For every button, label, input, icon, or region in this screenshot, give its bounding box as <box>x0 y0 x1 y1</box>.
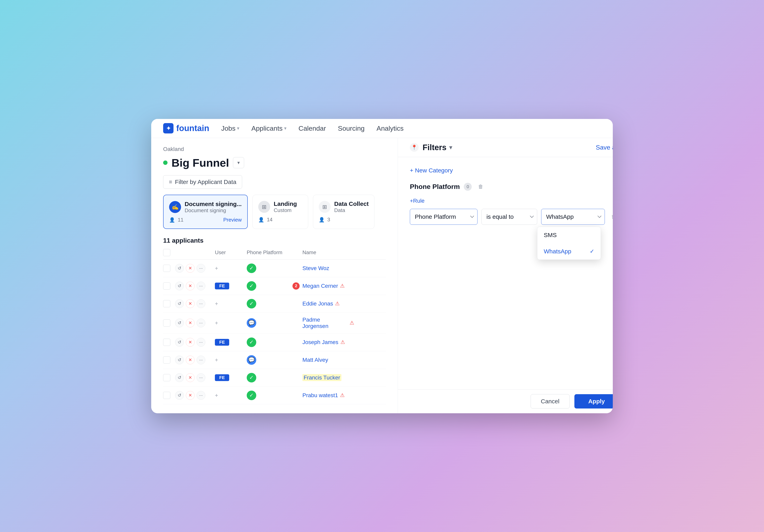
people-icon: 👤 <box>169 217 175 223</box>
header-checkbox[interactable] <box>163 249 170 256</box>
stage-title-2: Landing <box>274 201 297 207</box>
stage-card-document-signing[interactable]: ✍ Document signing... Document signing 👤… <box>163 195 248 229</box>
table-row: ↺ ✕ ··· FE ✓ Joseph James ⚠ <box>163 333 386 351</box>
row-actions: ↺ ✕ ··· <box>175 338 215 347</box>
applicant-name[interactable]: Matt Alvey <box>302 357 328 363</box>
action-sync-icon[interactable]: ↺ <box>175 391 184 400</box>
stage-card-data-collect[interactable]: ⊞ Data Collect Data 👤 3 <box>313 195 374 229</box>
filter-chevron-icon: ▾ <box>449 144 452 151</box>
stage-count-2: 👤 14 <box>258 217 273 223</box>
applicant-name[interactable]: Prabu watest1 <box>302 392 338 399</box>
action-more-icon[interactable]: ··· <box>197 319 205 327</box>
action-more-icon[interactable]: ··· <box>197 264 205 273</box>
location-icon: 📍 <box>410 143 419 152</box>
nav-analytics[interactable]: Analytics <box>377 124 404 132</box>
action-remove-icon[interactable]: ✕ <box>186 264 195 273</box>
funnel-title: Big Funnel <box>171 156 229 169</box>
action-sync-icon[interactable]: ↺ <box>175 281 184 290</box>
cancel-button[interactable]: Cancel <box>531 394 569 409</box>
action-more-icon[interactable]: ··· <box>197 391 205 400</box>
action-more-icon[interactable]: ··· <box>197 338 205 347</box>
action-sync-icon[interactable]: ↺ <box>175 338 184 347</box>
action-sync-icon[interactable]: ↺ <box>175 356 184 364</box>
action-sync-icon[interactable]: ↺ <box>175 264 184 273</box>
table-row: ↺ ✕ ··· + ✓ Steve Woz <box>163 260 386 277</box>
action-remove-icon[interactable]: ✕ <box>186 338 195 347</box>
action-sync-icon[interactable]: ↺ <box>175 319 184 327</box>
action-more-icon[interactable]: ··· <box>197 373 205 382</box>
panels-container: Oakland Big Funnel ▾ ≡ Filter by Applica… <box>151 138 613 413</box>
applicant-name[interactable]: Padme Jorgensen <box>302 317 348 329</box>
nav-sourcing[interactable]: Sourcing <box>338 124 364 132</box>
nav-applicants[interactable]: Applicants ▾ <box>251 124 286 132</box>
col-name-header: Name <box>302 250 354 256</box>
action-remove-icon[interactable]: ✕ <box>186 299 195 308</box>
row-checkbox[interactable] <box>163 339 170 346</box>
new-category-button[interactable]: + New Category <box>410 167 453 174</box>
row-actions: ↺ ✕ ··· <box>175 391 215 400</box>
action-remove-icon[interactable]: ✕ <box>186 356 195 364</box>
rule-value-select[interactable]: WhatsApp <box>541 209 605 225</box>
row-checkbox[interactable] <box>163 319 170 327</box>
dropdown-item-sms[interactable]: SMS <box>537 227 601 243</box>
apply-button[interactable]: Apply <box>574 394 613 409</box>
table-row: ↺ ✕ ··· FE ✓ Francis Tucker <box>163 369 386 387</box>
save-as-link[interactable]: Save as <box>596 144 613 151</box>
logo-icon: ✦ <box>163 123 173 133</box>
applicants-section: 11 applicants User Phone Platform Name ↺ <box>151 229 398 413</box>
category-delete-button[interactable]: 🗑 <box>476 182 486 192</box>
alert-icon: ⚠ <box>350 320 354 326</box>
stage-footer-2: 👤 14 <box>258 217 302 223</box>
table-row: ↺ ✕ ··· FE ✓ 2 Megan Cerner ⚠ <box>163 277 386 295</box>
funnel-dropdown-button[interactable]: ▾ <box>233 157 244 168</box>
row-checkbox[interactable] <box>163 265 170 272</box>
rule-operator-select[interactable]: is equal to <box>481 209 537 225</box>
applicant-name[interactable]: Steve Woz <box>302 265 329 271</box>
stage-footer: 👤 11 Preview <box>169 217 242 223</box>
action-remove-icon[interactable]: ✕ <box>186 281 195 290</box>
rule-delete-button[interactable]: 🗑 <box>609 212 613 222</box>
stage-card-landing[interactable]: ⊞ Landing Custom 👤 14 <box>253 195 308 229</box>
stage-card-header: ✍ Document signing... Document signing <box>169 201 242 214</box>
stage-icon-document: ✍ <box>169 201 181 213</box>
applicant-name[interactable]: Joseph James <box>302 339 338 345</box>
filter-applicant-data-button[interactable]: ≡ Filter by Applicant Data <box>163 175 242 189</box>
action-sync-icon[interactable]: ↺ <box>175 373 184 382</box>
applicant-name-highlighted[interactable]: Francis Tucker <box>302 374 341 381</box>
funnel-header: Big Funnel ▾ <box>151 152 398 175</box>
stage-subtitle-2: Custom <box>274 207 297 213</box>
stage-count-3: 👤 3 <box>319 217 330 223</box>
rule-row: Phone Platform is equal to WhatsApp 🗑 <box>410 209 613 225</box>
row-checkbox[interactable] <box>163 356 170 364</box>
whatsapp-icon: ✓ <box>247 281 256 291</box>
alert-icon: ⚠ <box>340 283 345 289</box>
action-more-icon[interactable]: ··· <box>197 299 205 308</box>
applicant-name[interactable]: Eddie Jonas <box>302 300 333 307</box>
rule-field-select[interactable]: Phone Platform <box>410 209 478 225</box>
alert-icon: ⚠ <box>340 392 345 398</box>
category-section: Phone Platform 0 🗑 +Rule Phone Platform … <box>410 182 613 225</box>
fe-badge: FE <box>215 282 229 289</box>
add-rule-button[interactable]: +Rule <box>410 198 425 204</box>
table-row: ↺ ✕ ··· + ✓ Eddie Jonas ⚠ <box>163 295 386 313</box>
action-more-icon[interactable]: ··· <box>197 281 205 290</box>
action-remove-icon[interactable]: ✕ <box>186 319 195 327</box>
action-more-icon[interactable]: ··· <box>197 356 205 364</box>
action-remove-icon[interactable]: ✕ <box>186 373 195 382</box>
row-checkbox[interactable] <box>163 374 170 381</box>
action-remove-icon[interactable]: ✕ <box>186 391 195 400</box>
dropdown-item-whatsapp[interactable]: WhatsApp ✓ <box>537 243 601 260</box>
main-window: ✦ fountain Jobs ▾ Applicants ▾ Calendar … <box>151 119 613 413</box>
stage-subtitle-3: Data <box>334 207 369 213</box>
row-checkbox[interactable] <box>163 282 170 289</box>
nav-jobs[interactable]: Jobs ▾ <box>221 124 240 132</box>
row-checkbox[interactable] <box>163 392 170 399</box>
preview-link[interactable]: Preview <box>223 217 242 223</box>
action-sync-icon[interactable]: ↺ <box>175 299 184 308</box>
sms-icon: 💬 <box>247 355 256 365</box>
row-checkbox[interactable] <box>163 300 170 307</box>
stage-card-header-3: ⊞ Data Collect Data <box>319 201 369 213</box>
filter-footer: Cancel Apply <box>398 389 613 413</box>
applicant-name[interactable]: Megan Cerner <box>302 283 338 289</box>
nav-calendar[interactable]: Calendar <box>298 124 326 132</box>
